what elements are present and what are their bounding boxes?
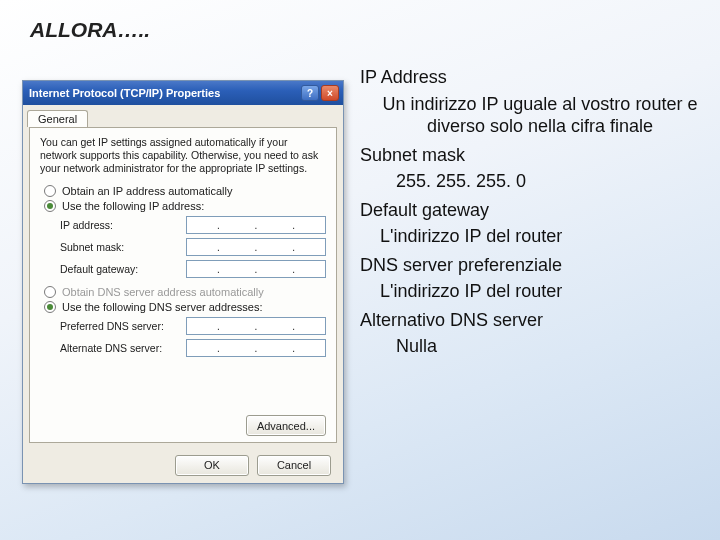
ip-address-heading: IP Address: [360, 66, 700, 89]
gateway-heading: Default gateway: [360, 199, 700, 222]
tabstrip: General: [23, 105, 343, 127]
dns-alt-text: Nulla: [396, 335, 700, 358]
dns-pref-text: L'indirizzo IP del router: [380, 280, 700, 303]
radio-obtain-ip[interactable]: Obtain an IP address automatically: [44, 185, 326, 197]
tab-pane: You can get IP settings assigned automat…: [29, 127, 337, 443]
description-text: You can get IP settings assigned automat…: [40, 136, 326, 175]
radio-icon: [44, 286, 56, 298]
slide-title: ALLORA…..: [30, 18, 150, 42]
radio-obtain-dns: Obtain DNS server address automatically: [44, 286, 326, 298]
ok-button[interactable]: OK: [175, 455, 249, 476]
radio-use-ip[interactable]: Use the following IP address:: [44, 200, 326, 212]
radio-use-dns[interactable]: Use the following DNS server addresses:: [44, 301, 326, 313]
alternate-dns-label: Alternate DNS server:: [60, 342, 162, 354]
subnet-mask-input[interactable]: ...: [186, 238, 326, 256]
subnet-text: 255. 255. 255. 0: [396, 170, 700, 193]
radio-use-ip-label: Use the following IP address:: [62, 200, 204, 212]
close-button[interactable]: ×: [321, 85, 339, 101]
preferred-dns-label: Preferred DNS server:: [60, 320, 164, 332]
radio-use-dns-label: Use the following DNS server addresses:: [62, 301, 263, 313]
cancel-button[interactable]: Cancel: [257, 455, 331, 476]
default-gateway-input[interactable]: ...: [186, 260, 326, 278]
ip-address-label: IP address:: [60, 219, 113, 231]
titlebar: Internet Protocol (TCP/IP) Properties ? …: [23, 81, 343, 105]
radio-obtain-ip-label: Obtain an IP address automatically: [62, 185, 232, 197]
alternate-dns-input[interactable]: ...: [186, 339, 326, 357]
dns-alt-heading: Alternativo DNS server: [360, 309, 700, 332]
dialog-button-bar: OK Cancel: [23, 447, 343, 483]
radio-obtain-dns-label: Obtain DNS server address automatically: [62, 286, 264, 298]
tcpip-properties-dialog: Internet Protocol (TCP/IP) Properties ? …: [22, 80, 344, 484]
dns-pref-heading: DNS server preferenziale: [360, 254, 700, 277]
default-gateway-label: Default gateway:: [60, 263, 138, 275]
ip-address-text: Un indirizzo IP uguale al vostro router …: [380, 93, 700, 138]
explanation-column: IP Address Un indirizzo IP uguale al vos…: [360, 60, 700, 364]
dialog-title: Internet Protocol (TCP/IP) Properties: [29, 87, 220, 99]
radio-icon: [44, 200, 56, 212]
tab-general[interactable]: General: [27, 110, 88, 127]
radio-icon: [44, 185, 56, 197]
gateway-text: L'indirizzo IP del router: [380, 225, 700, 248]
ip-fieldset: IP address: ... Subnet mask: ... Default…: [60, 216, 326, 278]
advanced-button[interactable]: Advanced...: [246, 415, 326, 436]
dns-fieldset: Preferred DNS server: ... Alternate DNS …: [60, 317, 326, 357]
ip-address-input[interactable]: ...: [186, 216, 326, 234]
help-button[interactable]: ?: [301, 85, 319, 101]
radio-icon: [44, 301, 56, 313]
subnet-heading: Subnet mask: [360, 144, 700, 167]
preferred-dns-input[interactable]: ...: [186, 317, 326, 335]
subnet-mask-label: Subnet mask:: [60, 241, 124, 253]
